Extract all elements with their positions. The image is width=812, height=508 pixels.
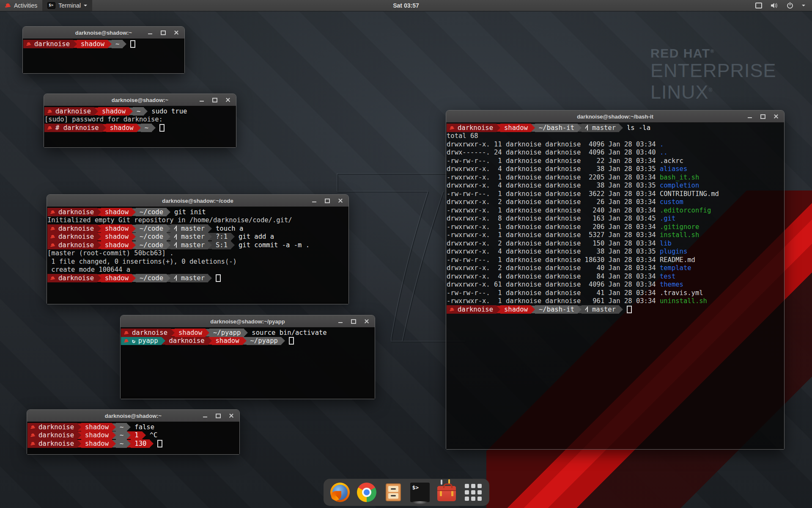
segment-text: master xyxy=(592,124,616,132)
chevron-down-icon[interactable] xyxy=(802,5,805,8)
close-button[interactable] xyxy=(228,413,234,419)
file-meta: -rwxrwxr-x. 1 darknoise darknoise 961 Ja… xyxy=(447,297,660,305)
prompt-segment-gitstat: ?:1 xyxy=(212,233,231,241)
close-button[interactable] xyxy=(773,113,779,119)
maximize-button[interactable] xyxy=(215,413,221,419)
terminal-line: 1 file changed, 0 insertions(+), 0 delet… xyxy=(47,257,348,266)
file-name: test xyxy=(660,273,675,280)
maximize-button[interactable] xyxy=(160,30,166,36)
titlebar[interactable]: darknoise@shadow:~ xyxy=(44,94,236,106)
prompt-segment-path: ~ xyxy=(116,423,127,431)
prompt-segment-path: ~ xyxy=(116,439,127,448)
dock-item-files[interactable] xyxy=(384,483,403,502)
command-text: sudo true xyxy=(151,108,187,115)
dock-item-chrome[interactable] xyxy=(357,483,376,502)
prompt-segment-host: shadow xyxy=(101,233,132,241)
prompt-segment-host: shadow xyxy=(500,124,531,132)
segment-text: ~/bash-it xyxy=(539,124,574,132)
file-name: CONTRIBUTING.md xyxy=(660,190,719,198)
titlebar[interactable]: darknoise@shadow:~ xyxy=(23,27,184,39)
terminal-content[interactable]: darknoiseshadow~/pyappsource bin/activat… xyxy=(121,327,375,399)
segment-text: ~ xyxy=(120,440,123,447)
powerline-separator xyxy=(108,40,112,48)
close-button[interactable] xyxy=(337,198,343,204)
segment-text: shadow xyxy=(504,124,528,132)
maximize-button[interactable] xyxy=(760,113,766,119)
terminal-content[interactable]: darknoiseshadow~falsedarknoiseshadow~1^C… xyxy=(27,422,239,454)
close-button[interactable] xyxy=(364,318,370,324)
screen-layout-icon[interactable] xyxy=(755,3,762,8)
command-text: source bin/activate xyxy=(252,329,326,337)
prompt-segment-host: shadow xyxy=(175,329,206,337)
segment-text: shadow xyxy=(110,124,134,132)
minimize-button[interactable] xyxy=(337,318,343,324)
file-meta: drwxrwxr-x. 11 darknoise darknoise 4096 … xyxy=(447,141,660,148)
segment-text: master xyxy=(181,274,205,282)
powerline-separator xyxy=(244,329,248,337)
terminal-content[interactable]: darknoiseshadow~/codegit initInitialized… xyxy=(47,207,348,304)
minimize-button[interactable] xyxy=(199,97,205,103)
prompt-segment-path: ~/code xyxy=(136,233,167,241)
terminal-line: darknoiseshadow~/codegit init xyxy=(47,208,348,216)
titlebar[interactable]: darknoise@shadow:~/pyapp xyxy=(121,315,375,328)
maximize-button[interactable] xyxy=(351,318,357,324)
segment-text: ~ xyxy=(115,40,119,48)
titlebar[interactable]: darknoise@shadow:~/code xyxy=(47,195,348,207)
file-meta: -rwxrwxr-x. 1 darknoise darknoise 206 Ja… xyxy=(447,223,660,231)
terminal-line: drwxrwxr-x. 2 darknoise darknoise 26 Jan… xyxy=(447,198,784,207)
dock-item-firefox[interactable] xyxy=(330,483,350,502)
powerline-separator xyxy=(231,233,235,240)
file-meta: -rw-rw-r--. 1 darknoise darknoise 3622 J… xyxy=(447,190,660,198)
terminal-line: darknoiseshadow~/codemaster xyxy=(47,274,348,282)
app-menu-terminal[interactable]: $> Terminal xyxy=(42,0,92,11)
segment-text: darknoise xyxy=(58,208,94,216)
prompt-segment-path: ~ xyxy=(116,431,127,440)
terminal-content[interactable]: darknoiseshadow~/bash-itmasterls -latota… xyxy=(446,122,784,449)
minimize-button[interactable] xyxy=(747,113,753,119)
powerline-separator xyxy=(150,440,154,447)
terminal-content[interactable]: darknoiseshadow~sudo true[sudo] password… xyxy=(44,106,236,147)
close-button[interactable] xyxy=(225,97,231,103)
segment-text: darknoise xyxy=(55,108,91,115)
terminal-content[interactable]: darknoiseshadow~ xyxy=(23,39,184,73)
file-meta: drwxrwxr-x. 4 darknoise darknoise 38 Jan… xyxy=(447,182,660,189)
powerline-separator xyxy=(73,40,77,48)
maximize-button[interactable] xyxy=(212,97,218,103)
minimize-button[interactable] xyxy=(202,413,208,419)
terminal-line: darknoiseshadow~/codemasterS:1git commit… xyxy=(47,241,348,249)
close-button[interactable] xyxy=(173,30,179,36)
minimize-button[interactable] xyxy=(311,198,317,204)
git-branch-icon xyxy=(174,275,178,281)
dock-item-app-grid[interactable] xyxy=(464,483,483,502)
terminal-cursor xyxy=(289,337,294,345)
file-meta: drwxrwxr-x. 4 darknoise darknoise 84 Jan… xyxy=(447,273,660,280)
terminal-cursor xyxy=(159,124,165,132)
prompt-segment-user: darknoise xyxy=(47,208,97,216)
titlebar[interactable]: darknoise@shadow:~/bash-it xyxy=(446,110,784,123)
file-meta: -rw-rw-r--. 1 darknoise darknoise 18630 … xyxy=(447,256,660,264)
terminal-line: Initialized empty Git repository in /hom… xyxy=(47,216,348,225)
clock[interactable]: Sat 03:57 xyxy=(0,2,812,9)
terminal-line: darknoiseshadow~/pyappsource bin/activat… xyxy=(121,329,375,337)
file-name: bash_it.sh xyxy=(660,174,699,181)
wrench-icon xyxy=(441,480,442,485)
dock-item-toolbox[interactable] xyxy=(437,483,456,502)
segment-text: darknoise xyxy=(38,431,74,439)
titlebar[interactable]: darknoise@shadow:~ xyxy=(27,410,239,422)
powerline-separator xyxy=(132,225,136,232)
minimize-button[interactable] xyxy=(147,30,153,36)
powerline-separator xyxy=(97,208,101,216)
maximize-button[interactable] xyxy=(324,198,330,204)
file-meta: -rwxrwxr-x. 1 darknoise darknoise 2205 J… xyxy=(447,174,660,181)
segment-text: darknoise xyxy=(38,440,74,447)
prompt-segment-user: darknoise xyxy=(23,40,73,48)
activities-button[interactable]: Activities xyxy=(0,0,42,11)
terminal-window-home-small: darknoise@shadow:~ darknoiseshadow~ xyxy=(22,26,185,74)
power-icon[interactable] xyxy=(787,2,793,9)
prompt-segment-host: shadow xyxy=(500,305,531,314)
volume-icon[interactable] xyxy=(771,2,778,9)
segment-text: darknoise xyxy=(169,337,205,345)
dock-item-terminal[interactable]: $> xyxy=(410,483,430,502)
powerline-separator xyxy=(243,337,247,345)
file-name: .travis.yml xyxy=(660,289,703,297)
